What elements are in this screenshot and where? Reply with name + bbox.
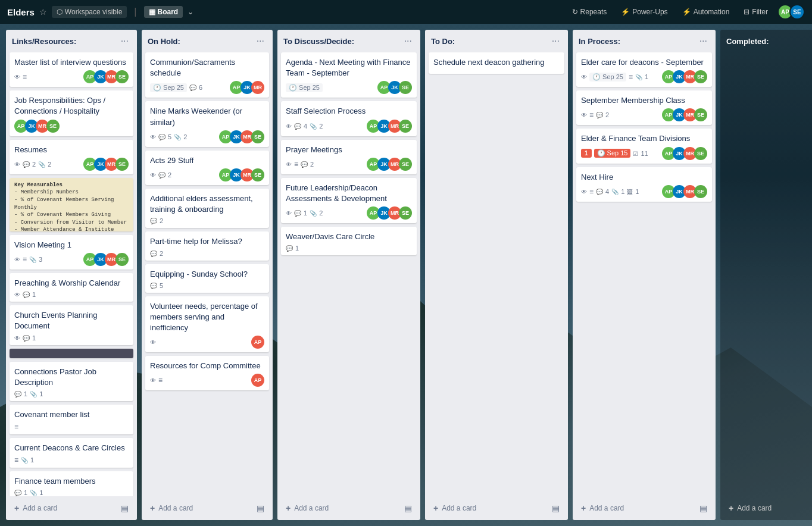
eye-icon [14,256,20,263]
chevron-down-icon[interactable]: ⌄ [188,8,193,16]
avatar: SE [789,4,805,20]
comment-icon [301,161,308,168]
image-count: 1 [635,188,639,195]
add-card-btn[interactable]: + Add a card ▤ [281,500,417,516]
comment-count: 1 [32,291,36,298]
eye-icon [286,123,292,130]
comment-count: 1 [295,245,299,252]
eye-icon [14,291,20,298]
card[interactable]: Acts 29 Stuff 2 AP JK MR SE [145,151,269,185]
card-title: Finance team members [14,476,129,487]
card[interactable]: Next Hire 4 1 1 AP JK MR SE [576,167,712,202]
card-meta: 🕐 Sep 25 AP JK SE [286,81,412,94]
card-meta: 5 2 AP JK MR SE [150,130,264,143]
avatar: SE [399,81,412,94]
column-menu-btn[interactable]: ··· [402,35,414,48]
add-card-btn[interactable]: + Add a card ▤ [10,500,133,516]
card[interactable]: Current Deacons & Care Circles 1 [10,438,133,468]
add-card-btn[interactable]: + Add a card ▤ [429,500,564,516]
avatar: AP [251,336,264,349]
menu-icon [629,73,633,81]
column-cards: Elder care for deacons - September 🕐 Sep… [573,50,716,496]
card[interactable]: Volunteer needs, percentage of members s… [145,296,269,353]
card-separator[interactable] [10,349,133,358]
card-title: Elder & Finance Team Divisions [581,133,707,144]
avatar: SE [694,185,707,198]
add-card-btn[interactable]: + Add a card ▤ [576,500,712,516]
card[interactable]: Schedule next deacon gathering [429,52,564,74]
card[interactable]: Elder & Finance Team Divisions 1 🕐 Sep 1… [576,129,712,163]
column-header: In Process: ··· [573,30,716,50]
avatar: SE [399,206,412,220]
attach-icon [30,489,37,496]
card-title: Staff Selection Process [286,106,412,117]
card[interactable]: Nine Marks Weekender (or similar) 5 2 AP… [145,101,269,146]
card[interactable]: Future Leadership/Deacon Assessments & D… [281,178,417,223]
workspace-visible-btn[interactable]: ⬡ Workspace visible [52,6,127,18]
card[interactable]: Staff Selection Process 4 2 AP JK MR SE [281,101,417,136]
card-meta: AP JK MR SE [14,120,129,133]
comment-icon [294,123,301,130]
card[interactable]: Part-time help for Melissa? 2 [145,231,269,260]
automation-btn[interactable]: ⚡ Automation [677,6,735,18]
card[interactable]: Prayer Meetings 2 AP JK MR SE [281,140,417,174]
card[interactable]: Communion/Sacraments schedule 🕐 Sep 25 6… [145,52,269,98]
filter-icon: ⊟ [744,8,749,16]
eye-icon [150,133,156,140]
add-card-label: Add a card [737,504,772,512]
avatar: SE [251,168,264,181]
star-icon[interactable]: ☆ [39,7,47,17]
card-meta: 1 1 [14,390,129,397]
card-meta: 1 [14,456,129,464]
comment-count: 2 [605,111,609,118]
card[interactable]: Additional elders assessment, training &… [145,189,269,228]
date-badge-overdue: 🕐 Sep 15 [594,149,631,158]
column-menu-btn[interactable]: ··· [697,35,710,48]
card[interactable]: Church Events Planning Document 1 [10,305,133,345]
card[interactable]: Job Responsibilities: Ops / Connections … [10,90,133,136]
comment-count: 1 [304,209,307,217]
card[interactable]: Weaver/Davis Care Circle 1 [281,227,417,255]
column-header: On Hold: ··· [142,30,273,50]
card[interactable]: Master list of interview questions AP JK… [10,52,133,87]
powerups-btn[interactable]: ⚡ Power-Ups [616,6,672,18]
column-header: Completed: ··· [720,30,812,50]
card-key-measurables[interactable]: Key Measurables - Membership Numbers - %… [10,178,133,231]
card[interactable]: Finance team members 1 1 [10,471,133,496]
card[interactable]: Equipping - Sunday School? 5 [145,264,269,293]
column-menu-btn[interactable]: ··· [118,35,131,48]
card-meta: 3 AP JK MR SE [14,253,129,266]
board-title: Elders [7,7,35,17]
repeats-btn[interactable]: ↻ Repeats [567,6,612,18]
card-title: Future Leadership/Deacon Assessments & D… [286,183,412,204]
column-menu-btn[interactable]: ··· [549,35,562,48]
column-footer: + Add a card ▤ [277,496,420,520]
attach-count: 1 [39,489,43,496]
filter-btn[interactable]: ⊟ Filter [739,6,773,18]
image-icon [627,188,633,195]
comment-count: 1 [24,489,27,496]
board-view-btn[interactable]: ▦ Board [144,6,183,18]
card-meta: 2 [150,217,264,224]
card-title: Job Responsibilities: Ops / Connections … [14,95,129,117]
card[interactable]: Elder care for deacons - September 🕐 Sep… [576,52,712,87]
card[interactable]: Resumes 2 2 AP JK MR SE [10,140,133,174]
template-icon: ▤ [552,503,560,513]
repeats-icon: ↻ [572,8,578,16]
column-title: Links/Resources: [12,37,76,46]
card[interactable]: Connections Pastor Job Description 1 1 [10,362,133,401]
card[interactable]: Agenda - Next Meeting with Finance Team … [281,52,417,98]
column-title: On Hold: [148,37,180,46]
card[interactable]: Covenant member list [10,405,133,434]
card[interactable]: Preaching & Worship Calendar 1 [10,273,133,302]
card[interactable]: Vision Meeting 1 3 AP JK MR SE [10,235,133,270]
add-card-btn[interactable]: + Add a card ▤ [724,500,812,516]
card[interactable]: Resources for Comp Committee AP [145,356,269,390]
column-menu-btn[interactable]: ··· [254,35,267,48]
avatar: SE [115,70,129,83]
eye-icon [581,73,587,80]
template-icon: ▤ [121,503,129,513]
add-card-btn[interactable]: + Add a card ▤ [145,500,269,516]
card-meta: 🕐 Sep 25 6 AP JK MR [150,81,264,94]
card[interactable]: September Membership Class 2 AP JK MR SE [576,90,712,125]
